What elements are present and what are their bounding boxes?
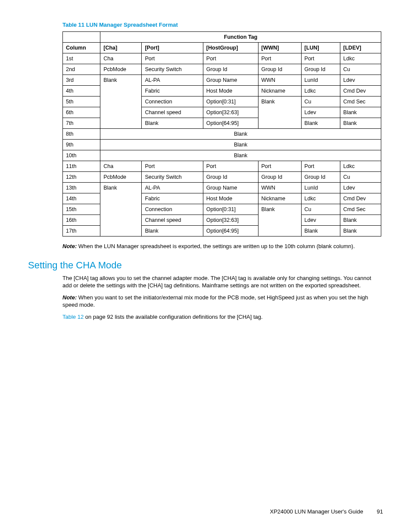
cell: Cha	[100, 53, 142, 64]
cell: 4th	[63, 86, 100, 96]
cell: Cu	[340, 64, 381, 75]
note-text: When you want to set the initiator/exter…	[62, 294, 368, 308]
cell: Fabric	[142, 193, 203, 204]
cell: Group Id	[258, 64, 301, 75]
cell: Port	[258, 53, 301, 64]
cell: Port	[142, 161, 203, 172]
cell: Blank	[340, 226, 381, 236]
cell: Group Id	[301, 64, 340, 75]
cell: Cha	[100, 161, 142, 172]
table-row: 8th Blank	[63, 129, 381, 140]
note-text: When the LUN Manager spreadsheet is expo…	[77, 243, 355, 249]
table-caption: Table 11 LUN Manager Spreadsheet Format	[62, 22, 383, 28]
page-number: 91	[377, 508, 383, 515]
cell: Ldev	[340, 183, 381, 193]
table-row: 12th PcbMode Security Switch Group Id Gr…	[63, 172, 381, 183]
cell: WWN	[258, 183, 301, 193]
cell: Ldev	[301, 107, 340, 118]
cell: 13th	[63, 183, 100, 193]
cell: Blank	[301, 226, 340, 236]
cell: Host Mode	[203, 86, 258, 96]
cell: 10th	[63, 150, 100, 161]
cell: 16th	[63, 215, 100, 226]
col-header-hostgroup: [HostGroup]	[203, 43, 258, 53]
cell: Nickname	[258, 193, 301, 204]
note-label: Note:	[62, 243, 77, 249]
cell: Blank	[340, 118, 381, 129]
col-header-lun: [LUN]	[301, 43, 340, 53]
cell: Nickname	[258, 86, 301, 96]
cell: Fabric	[142, 86, 203, 96]
cell: Port	[203, 161, 258, 172]
cell: Security Switch	[142, 172, 203, 183]
cell: 8th	[63, 129, 100, 140]
cell: Group Id	[203, 172, 258, 183]
cell: Blank	[142, 118, 203, 129]
cell-merged: Blank	[258, 96, 301, 129]
cell: Group Name	[203, 75, 258, 86]
table-row: 13th Blank AL-PA Group Name WWN LunId Ld…	[63, 183, 381, 193]
col-header-port: [Port]	[142, 43, 203, 53]
cell-merged: Blank	[100, 183, 142, 236]
col-header-cha: [Cha]	[100, 43, 142, 53]
cell: Option[0:31]	[203, 204, 258, 215]
col-header-column-blank	[63, 32, 100, 43]
table-row: 3rd Blank AL-PA Group Name WWN LunId Lde…	[63, 75, 381, 86]
cell: Blank	[340, 215, 381, 226]
cell: Channel speed	[142, 215, 203, 226]
page-footer: XP24000 LUN Manager User's Guide 91	[270, 508, 383, 515]
cell: Connection	[142, 96, 203, 107]
cell: Cu	[340, 172, 381, 183]
cell: 1st	[63, 53, 100, 64]
cell: 9th	[63, 140, 100, 150]
cell: Blank	[301, 118, 340, 129]
para-table12-reference: Table 12 on page 92 lists the available …	[62, 313, 381, 321]
cell: Host Mode	[203, 193, 258, 204]
cell: Group Id	[203, 64, 258, 75]
para-cha-description: The [CHA] tag allows you to set the chan…	[62, 274, 381, 289]
cell: 5th	[63, 96, 100, 107]
cell: 15th	[63, 204, 100, 215]
cell-merged: Blank	[100, 140, 381, 150]
cell: Ldkc	[340, 53, 381, 64]
cell: Ldev	[301, 215, 340, 226]
cell: Security Switch	[142, 64, 203, 75]
table-row: 1st Cha Port Port Port Port Ldkc	[63, 53, 381, 64]
note-label: Note:	[62, 294, 77, 301]
col-header-column: Column	[63, 43, 100, 53]
cell: AL-PA	[142, 75, 203, 86]
cell: Group Id	[258, 172, 301, 183]
cell: Cu	[301, 96, 340, 107]
table-12-link[interactable]: Table 12	[62, 314, 84, 320]
cell: Option[32:63]	[203, 107, 258, 118]
cell: Cmd Sec	[340, 204, 381, 215]
note-2: Note: When you want to set the initiator…	[62, 294, 381, 309]
cell: 12th	[63, 172, 100, 183]
cell: Option[32:63]	[203, 215, 258, 226]
cell: Option[64:95]	[203, 226, 258, 236]
col-header-ldev: [LDEV]	[340, 43, 381, 53]
cell: 7th	[63, 118, 100, 129]
cell: PcbMode	[100, 64, 142, 75]
para-text: on page 92 lists the available configura…	[84, 314, 263, 320]
cell: Ldkc	[301, 86, 340, 96]
cell: PcbMode	[100, 172, 142, 183]
footer-title: XP24000 LUN Manager User's Guide	[270, 508, 363, 515]
table-row: 10th Blank	[63, 150, 381, 161]
cell: LunId	[301, 183, 340, 193]
cell: 17th	[63, 226, 100, 236]
cell: Group Id	[301, 172, 340, 183]
cell: Cmd Sec	[340, 96, 381, 107]
cell: Option[0:31]	[203, 96, 258, 107]
cell: Group Name	[203, 183, 258, 193]
cell: 14th	[63, 193, 100, 204]
cell: 11th	[63, 161, 100, 172]
cell: Cu	[301, 204, 340, 215]
cell: Ldev	[340, 75, 381, 86]
cell: Port	[301, 53, 340, 64]
cell: Cmd Dev	[340, 86, 381, 96]
cell: Port	[258, 161, 301, 172]
cell: 3rd	[63, 75, 100, 86]
cell-merged: Blank	[100, 75, 142, 129]
table-row: 9th Blank	[63, 140, 381, 150]
